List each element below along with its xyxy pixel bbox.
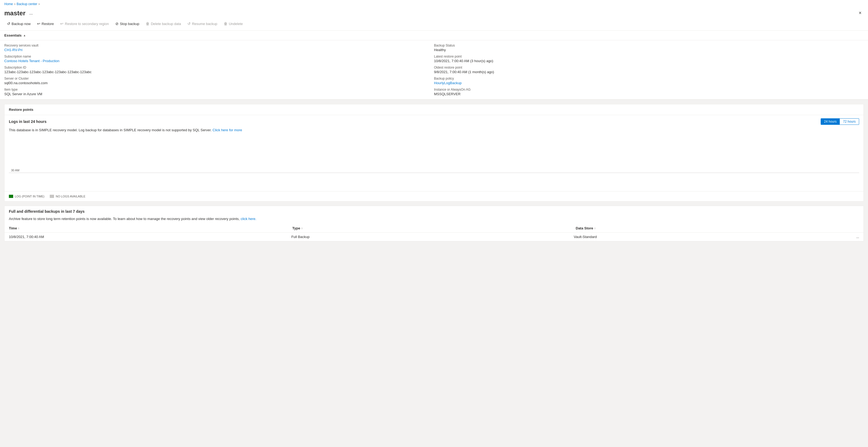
legend-no-logs-color — [50, 195, 54, 198]
legend-log-label: LOG (POINT IN TIME) — [15, 195, 44, 198]
breadcrumb-separator-2: > — [38, 3, 40, 6]
row-time: 10/8/2021, 7:00:40 AM — [9, 235, 291, 239]
restore-secondary-label: Restore to secondary region — [65, 22, 108, 26]
item-type-label: Item type — [4, 88, 434, 91]
latest-restore-field: Latest restore point 10/8/2021, 7:00:40 … — [434, 55, 864, 63]
backup-status-label: Backup Status — [434, 43, 864, 47]
instance-field: Instance or AlwaysOn AG MSSQLSERVER — [434, 88, 864, 96]
breadcrumb-backup-center[interactable]: Backup center — [17, 2, 37, 6]
breadcrumb-home[interactable]: Home — [4, 2, 13, 6]
backup-policy-label: Backup policy — [434, 77, 864, 81]
page-title-area: master ... — [4, 9, 34, 17]
stop-backup-button[interactable]: ⊘ Stop backup — [113, 20, 142, 27]
72-hours-button[interactable]: 72 hours — [840, 119, 859, 124]
table-col-datastore: Data Store ↕ — [576, 226, 859, 230]
restore-secondary-icon: ↩ — [60, 22, 63, 26]
recovery-vault-value[interactable]: CH1-RV-Pri — [4, 48, 434, 52]
main-content: Restore points Logs in last 24 hours 24 … — [0, 100, 868, 447]
table-col-type: Type ↕ — [292, 226, 576, 230]
timeline-legend: LOG (POINT IN TIME) NO LOGS AVAILABLE — [5, 191, 863, 201]
logs-message-text: This database is in SIMPLE recovery mode… — [9, 128, 212, 132]
essentials-content: Recovery services vault CH1-RV-Pri Subsc… — [0, 40, 868, 100]
close-button[interactable]: × — [857, 9, 864, 17]
timeline-axis — [9, 173, 859, 173]
logs-title: Logs in last 24 hours — [9, 119, 46, 124]
essentials-left: Recovery services vault CH1-RV-Pri Subsc… — [4, 43, 434, 96]
full-backups-section: Full and differential backups in last 7 … — [4, 206, 864, 241]
24-hours-button[interactable]: 24 hours — [821, 119, 840, 124]
logs-header: Logs in last 24 hours 24 hours 72 hours — [5, 115, 863, 128]
oldest-restore-value: 9/8/2021, 7:00:40 AM (1 month(s) ago) — [434, 70, 864, 74]
restore-secondary-button[interactable]: ↩ Restore to secondary region — [58, 20, 111, 27]
restore-points-section: Restore points Logs in last 24 hours 24 … — [4, 104, 864, 202]
more-options-button[interactable]: ... — [28, 10, 34, 17]
instance-value: MSSQLSERVER — [434, 92, 864, 96]
essentials-right: Backup Status Healthy Latest restore poi… — [434, 43, 864, 96]
resume-backup-button[interactable]: ↺ Resume backup — [185, 20, 220, 27]
page-title: master — [4, 9, 26, 17]
logs-link[interactable]: Click here for more — [213, 128, 242, 132]
legend-log-item: LOG (POINT IN TIME) — [9, 195, 44, 198]
archive-notice-text: Archive feature to store long term reten… — [9, 217, 240, 221]
stop-backup-label: Stop backup — [120, 22, 139, 26]
backup-status-value: Healthy — [434, 48, 864, 52]
backup-policy-value[interactable]: HourlyLogBackup — [434, 81, 864, 85]
recovery-vault-label: Recovery services vault — [4, 43, 434, 47]
table-row: 10/8/2021, 7:00:40 AM Full Backup Vault-… — [5, 233, 863, 241]
logs-section: Logs in last 24 hours 24 hours 72 hours … — [5, 115, 863, 201]
backup-policy-field: Backup policy HourlyLogBackup — [434, 77, 864, 85]
table-header: Time ↕ Type ↕ Data Store ↕ — [5, 224, 863, 233]
backups-title: Full and differential backups in last 7 … — [5, 206, 863, 217]
delete-backup-icon: 🗑 — [146, 22, 150, 26]
item-type-field: Item type SQL Server in Azure VM — [4, 88, 434, 96]
time-sort-icon[interactable]: ↕ — [18, 227, 19, 230]
delete-backup-label: Delete backup data — [151, 22, 181, 26]
logs-message: This database is in SIMPLE recovery mode… — [5, 128, 863, 135]
col-time-label: Time — [9, 226, 17, 230]
undelete-label: Undelete — [229, 22, 243, 26]
undelete-icon: 🗑 — [224, 22, 227, 26]
row-datastore: Vault-Standard — [574, 235, 856, 239]
restore-points-title: Restore points — [5, 105, 863, 115]
restore-icon: ↩ — [37, 22, 40, 26]
restore-label: Restore — [42, 22, 54, 26]
page-header: master ... × — [0, 8, 868, 20]
breadcrumb-separator-1: > — [14, 3, 16, 6]
table-col-time: Time ↕ — [9, 226, 292, 230]
latest-restore-label: Latest restore point — [434, 55, 864, 58]
server-cluster-label: Server or Cluster — [4, 77, 434, 81]
recovery-vault-field: Recovery services vault CH1-RV-Pri — [4, 43, 434, 52]
subscription-name-field: Subscription name Contoso Hotels Tenant … — [4, 55, 434, 63]
resume-backup-icon: ↺ — [187, 22, 191, 26]
type-sort-icon[interactable]: ↕ — [301, 227, 303, 230]
backups-table: Time ↕ Type ↕ Data Store ↕ 10/8/2021, 7:… — [5, 224, 863, 241]
timeline-area: 30 AM — [5, 135, 863, 189]
subscription-name-value[interactable]: Contoso Hotels Tenant - Production — [4, 59, 434, 63]
stop-backup-icon: ⊘ — [115, 22, 119, 26]
essentials-header[interactable]: Essentials ▲ — [0, 31, 868, 40]
row-actions-button[interactable]: ... — [856, 235, 859, 239]
toolbar: ↺ Backup now ↩ Restore ↩ Restore to seco… — [0, 20, 868, 31]
resume-backup-label: Resume backup — [192, 22, 217, 26]
backup-now-icon: ↺ — [7, 22, 10, 26]
backup-now-button[interactable]: ↺ Backup now — [4, 20, 33, 27]
page-container: Home > Backup center > master ... × ↺ Ba… — [0, 0, 868, 447]
essentials-title: Essentials — [4, 33, 22, 37]
legend-no-logs-item: NO LOGS AVAILABLE — [50, 195, 85, 198]
undelete-button[interactable]: 🗑 Undelete — [221, 20, 246, 27]
row-type: Full Backup — [291, 235, 574, 239]
delete-backup-button[interactable]: 🗑 Delete backup data — [143, 20, 184, 27]
time-toggle: 24 hours 72 hours — [821, 118, 859, 125]
subscription-id-label: Subscription ID — [4, 66, 434, 69]
restore-button[interactable]: ↩ Restore — [34, 20, 57, 27]
datastore-sort-icon[interactable]: ↕ — [594, 227, 596, 230]
oldest-restore-label: Oldest restore point — [434, 66, 864, 69]
subscription-name-label: Subscription name — [4, 55, 434, 58]
subscription-id-field: Subscription ID 123abc-123abc-123abc-123… — [4, 66, 434, 74]
col-type-label: Type — [292, 226, 300, 230]
breadcrumb: Home > Backup center > — [0, 0, 868, 8]
server-cluster-value: sql00.na.contosohotels.com — [4, 81, 434, 85]
item-type-value: SQL Server in Azure VM — [4, 92, 434, 96]
server-cluster-field: Server or Cluster sql00.na.contosohotels… — [4, 77, 434, 85]
archive-link[interactable]: click here. — [241, 217, 256, 221]
